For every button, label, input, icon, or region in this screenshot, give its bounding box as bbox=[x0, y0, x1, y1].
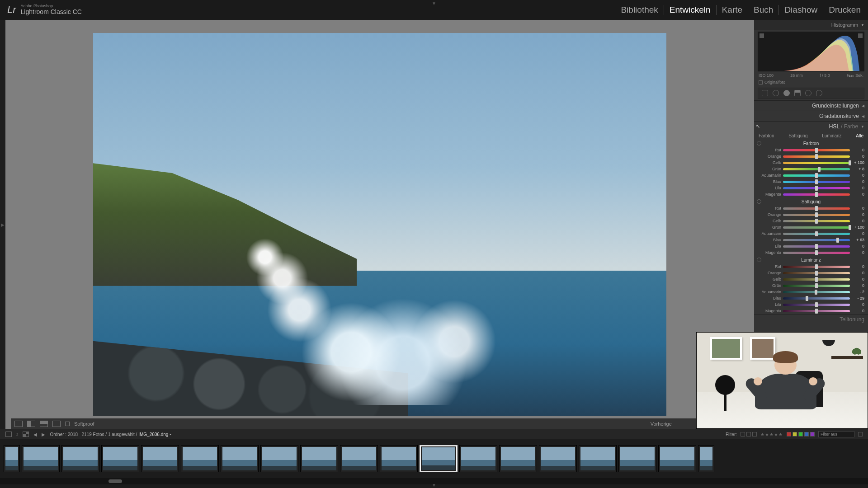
module-slideshow[interactable]: Diashow bbox=[779, 5, 823, 15]
filter-label-purple[interactable] bbox=[810, 432, 815, 436]
softproof-checkbox[interactable] bbox=[65, 422, 70, 426]
filmstrip-thumb[interactable] bbox=[618, 445, 656, 472]
filmstrip-thumb[interactable] bbox=[4, 445, 20, 472]
slider-handle[interactable] bbox=[849, 225, 851, 230]
targeted-adjust-icon[interactable] bbox=[757, 199, 761, 204]
top-panel-chevron-icon[interactable]: ▼ bbox=[432, 1, 436, 6]
histogram-header[interactable]: Histogramm ▼ bbox=[754, 20, 868, 30]
filter-label-red[interactable] bbox=[787, 432, 791, 436]
slider-handle[interactable] bbox=[836, 238, 839, 243]
slider-handle[interactable] bbox=[818, 167, 821, 172]
slider-track[interactable] bbox=[783, 245, 850, 248]
filmstrip-scroll-thumb[interactable] bbox=[108, 479, 122, 483]
hsl-tab-hue[interactable]: Farbton bbox=[759, 133, 774, 138]
slider-track[interactable] bbox=[783, 285, 850, 287]
filmstrip-thumb[interactable] bbox=[300, 445, 338, 472]
slider-track[interactable] bbox=[783, 193, 850, 196]
basic-panel-header[interactable]: Grundeinstellungen ◀ bbox=[754, 101, 868, 111]
view-before-after-h-button[interactable] bbox=[27, 421, 35, 427]
view-before-after-v-button[interactable] bbox=[40, 421, 48, 427]
slider-handle[interactable] bbox=[815, 154, 818, 159]
filmstrip-thumb[interactable] bbox=[61, 445, 99, 472]
slider-handle[interactable] bbox=[815, 290, 817, 295]
module-book[interactable]: Buch bbox=[748, 5, 779, 15]
slider-handle[interactable] bbox=[815, 206, 818, 211]
histogram[interactable] bbox=[758, 32, 864, 71]
slider-track[interactable] bbox=[783, 155, 850, 158]
filter-flag-reject[interactable] bbox=[752, 432, 757, 436]
radial-filter-tool-icon[interactable] bbox=[805, 90, 811, 96]
filmstrip-thumb[interactable] bbox=[579, 445, 617, 472]
filmstrip-path[interactable]: Ordner : 2018 2119 Fotos / 1 ausgewählt … bbox=[50, 432, 171, 437]
tonecurve-panel-header[interactable]: Gradationskurve ◀ bbox=[754, 111, 868, 121]
slider-handle[interactable] bbox=[815, 302, 818, 307]
slider-track[interactable] bbox=[783, 226, 850, 229]
slider-track[interactable] bbox=[783, 181, 850, 183]
slider-track[interactable] bbox=[783, 297, 850, 300]
filmstrip-thumb[interactable] bbox=[101, 445, 139, 472]
slider-track[interactable] bbox=[783, 239, 850, 241]
crop-tool-icon[interactable] bbox=[762, 90, 768, 96]
bottom-panel-chevron-icon[interactable]: ▼ bbox=[432, 483, 436, 488]
filter-flag-pick[interactable] bbox=[741, 432, 745, 436]
filmstrip-thumb[interactable] bbox=[698, 445, 714, 472]
filmstrip-thumb[interactable] bbox=[539, 445, 577, 472]
slider-track[interactable] bbox=[783, 278, 850, 281]
filmstrip-thumb[interactable] bbox=[658, 445, 696, 472]
filmstrip-thumb[interactable] bbox=[22, 445, 60, 472]
hsl-panel-header[interactable]: HSL / Farbe ▼ bbox=[754, 122, 868, 131]
filter-flag-unflagged[interactable] bbox=[746, 432, 751, 436]
highlight-clip-indicator[interactable] bbox=[858, 33, 863, 38]
filter-preset-dropdown[interactable]: Filter aus bbox=[818, 431, 854, 437]
slider-track[interactable] bbox=[783, 304, 850, 306]
filter-label-yellow[interactable] bbox=[793, 432, 797, 436]
slider-handle[interactable] bbox=[815, 173, 818, 178]
slider-track[interactable] bbox=[783, 187, 850, 189]
filmstrip-thumb[interactable] bbox=[499, 445, 537, 472]
filmstrip-thumb[interactable] bbox=[181, 445, 219, 472]
filmstrip-thumb[interactable] bbox=[141, 445, 179, 472]
slider-track[interactable] bbox=[783, 162, 850, 164]
slider-track[interactable] bbox=[783, 149, 850, 151]
hsl-tab-all[interactable]: Alle bbox=[856, 133, 863, 138]
slider-track[interactable] bbox=[783, 174, 850, 177]
shadow-clip-indicator[interactable] bbox=[760, 33, 764, 38]
slider-track[interactable] bbox=[783, 207, 850, 210]
filmstrip-thumb[interactable] bbox=[260, 445, 298, 472]
nav-back-icon[interactable]: ◀ bbox=[33, 432, 37, 437]
view-loupe-button[interactable] bbox=[14, 421, 23, 427]
graduated-filter-tool-icon[interactable] bbox=[794, 90, 801, 96]
slider-handle[interactable] bbox=[815, 271, 818, 276]
filter-label-green[interactable] bbox=[798, 432, 803, 436]
hsl-tab-sat[interactable]: Sättigung bbox=[788, 133, 807, 138]
slider-handle[interactable] bbox=[815, 219, 818, 224]
slider-handle[interactable] bbox=[815, 192, 818, 197]
slider-track[interactable] bbox=[783, 214, 850, 216]
slider-handle[interactable] bbox=[815, 277, 818, 282]
filter-lock-icon[interactable] bbox=[858, 432, 863, 436]
view-swap-button[interactable] bbox=[52, 421, 61, 427]
slider-handle[interactable] bbox=[849, 160, 851, 165]
secondary-display-button[interactable] bbox=[5, 432, 12, 437]
slider-handle[interactable] bbox=[815, 231, 818, 236]
nav-fwd-icon[interactable]: ▶ bbox=[42, 432, 45, 437]
spot-removal-tool-icon[interactable] bbox=[773, 90, 779, 96]
module-map[interactable]: Karte bbox=[717, 5, 748, 15]
slider-handle[interactable] bbox=[815, 283, 818, 288]
slider-handle[interactable] bbox=[806, 296, 808, 301]
targeted-adjust-icon[interactable] bbox=[757, 141, 761, 145]
filter-rating[interactable]: ★★★★★ bbox=[760, 432, 783, 437]
module-library[interactable]: Bibliothek bbox=[615, 5, 664, 15]
slider-track[interactable] bbox=[783, 266, 850, 268]
photo-preview[interactable] bbox=[93, 33, 666, 416]
redeye-tool-icon[interactable] bbox=[783, 90, 790, 96]
targeted-adjust-icon[interactable] bbox=[757, 258, 761, 262]
filmstrip-thumb[interactable] bbox=[221, 445, 259, 472]
slider-track[interactable] bbox=[783, 252, 850, 254]
slider-handle[interactable] bbox=[815, 250, 818, 255]
slider-track[interactable] bbox=[783, 220, 850, 222]
brush-tool-icon[interactable] bbox=[816, 90, 822, 96]
slider-track[interactable] bbox=[783, 233, 850, 235]
module-print[interactable]: Drucken bbox=[823, 5, 861, 15]
filmstrip-thumb[interactable] bbox=[340, 445, 378, 472]
